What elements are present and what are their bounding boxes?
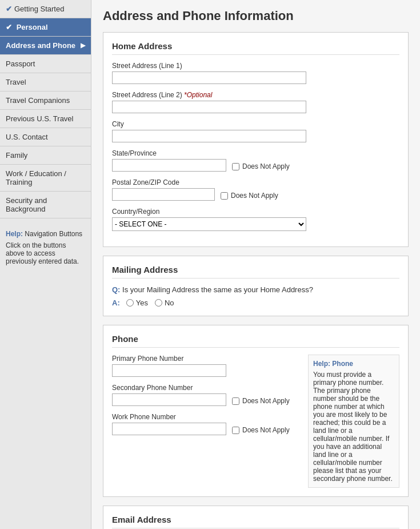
work-phone-label: Work Phone Number xyxy=(112,413,299,421)
sidebar-help: Help: Navigation Buttons Click on the bu… xyxy=(0,224,91,271)
street2-label: Street Address (Line 2) *Optional xyxy=(112,91,399,99)
sidebar-item-personal[interactable]: ✔ Personal xyxy=(0,18,91,37)
city-label: City xyxy=(112,120,399,128)
sidebar-item-us-contact[interactable]: U.S. Contact xyxy=(0,128,91,146)
arrow-icon: ▶ xyxy=(81,42,85,49)
state-input[interactable] xyxy=(112,159,226,172)
email-section: Email Address Email Address (e.g., email… xyxy=(103,506,409,529)
help-nav-body: Click on the buttons above to access pre… xyxy=(6,241,85,265)
secondary-dna-group: Does Not Apply xyxy=(232,397,290,405)
postal-dna-label: Does Not Apply xyxy=(231,192,278,200)
sidebar-item-label: Address and Phone xyxy=(6,41,75,50)
check-icon: ✔ xyxy=(6,23,12,31)
help-label: Help: xyxy=(6,230,23,238)
phone-wrapper: Primary Phone Number Secondary Phone Num… xyxy=(112,355,399,488)
sidebar-item-travel-companions[interactable]: Travel Companions xyxy=(0,92,91,110)
work-dna-label: Does Not Apply xyxy=(242,426,290,434)
mailing-address-section: Mailing Address Q: Is your Mailing Addre… xyxy=(103,256,409,316)
phone-help-title: Help: Phone xyxy=(313,360,394,368)
primary-phone-row: Primary Phone Number xyxy=(112,355,299,377)
state-label: State/Province xyxy=(112,149,399,157)
sidebar-item-label: Getting Started xyxy=(14,5,64,13)
radio-no-label: No xyxy=(165,299,174,307)
postal-input[interactable] xyxy=(112,188,215,201)
postal-does-not-apply-checkbox[interactable] xyxy=(221,192,228,200)
postal-dna-group: Does Not Apply xyxy=(221,192,278,200)
radio-no-item: No xyxy=(155,299,174,307)
primary-phone-label: Primary Phone Number xyxy=(112,355,299,363)
state-dna-group: Does Not Apply xyxy=(232,162,290,170)
mailing-question-row: Q: Is your Mailing Address the same as y… xyxy=(112,285,399,294)
radio-yes-label: Yes xyxy=(136,299,148,307)
work-dna-group: Does Not Apply xyxy=(232,426,290,434)
radio-no[interactable] xyxy=(155,299,162,307)
radio-yes-item: Yes xyxy=(126,299,148,307)
sidebar-item-label: Work / Education / Training xyxy=(6,169,66,186)
check-icon: ✔ xyxy=(6,5,12,13)
city-input[interactable] xyxy=(112,130,306,142)
sidebar-item-label: U.S. Contact xyxy=(6,133,48,141)
state-dna-label: Does Not Apply xyxy=(242,162,290,170)
a-label: A: xyxy=(112,299,120,307)
sidebar-item-passport[interactable]: Passport xyxy=(0,55,91,73)
sidebar-item-family[interactable]: Family xyxy=(0,146,91,165)
phone-section: Phone Primary Phone Number Secondary Pho… xyxy=(103,325,409,497)
phone-section-title: Phone xyxy=(112,334,399,348)
secondary-phone-label: Secondary Phone Number xyxy=(112,384,299,392)
state-row: State/Province Does Not Apply xyxy=(112,149,399,172)
sidebar-item-label: Personal xyxy=(17,23,48,31)
postal-label: Postal Zone/ZIP Code xyxy=(112,178,399,186)
sidebar-item-label: Travel xyxy=(6,78,26,86)
work-phone-input[interactable] xyxy=(112,423,226,435)
street2-input[interactable] xyxy=(112,101,306,113)
phone-help-text: You must provide a primary phone number.… xyxy=(313,371,394,483)
state-does-not-apply-checkbox[interactable] xyxy=(232,163,239,170)
phone-help-box: Help: Phone You must provide a primary p… xyxy=(308,355,399,488)
sidebar-item-travel[interactable]: Travel xyxy=(0,73,91,92)
work-phone-row: Work Phone Number Does Not Apply xyxy=(112,413,299,435)
street1-label: Street Address (Line 1) xyxy=(112,62,399,70)
sidebar-item-label: Travel Companions xyxy=(6,96,70,105)
sidebar-item-label: Security and Background xyxy=(6,196,47,213)
secondary-dna-label: Does Not Apply xyxy=(242,397,290,405)
mailing-question-text: Is your Mailing Address the same as your… xyxy=(122,285,313,294)
work-does-not-apply-checkbox[interactable] xyxy=(232,427,239,434)
sidebar-item-previous-us-travel[interactable]: Previous U.S. Travel xyxy=(0,110,91,128)
street1-input[interactable] xyxy=(112,71,306,84)
main-content: Address and Phone Information Home Addre… xyxy=(91,0,420,529)
secondary-phone-row: Secondary Phone Number Does Not Apply xyxy=(112,384,299,406)
mailing-radio-group: Yes No xyxy=(126,299,174,307)
mailing-address-title: Mailing Address xyxy=(112,265,399,279)
primary-phone-input[interactable] xyxy=(112,364,226,377)
street2-row: Street Address (Line 2) *Optional xyxy=(112,91,399,113)
street2-optional: *Optional xyxy=(184,91,212,99)
sidebar-item-label: Previous U.S. Travel xyxy=(6,114,74,123)
radio-yes[interactable] xyxy=(126,299,134,307)
secondary-does-not-apply-checkbox[interactable] xyxy=(232,397,239,405)
home-address-section: Home Address Street Address (Line 1) Str… xyxy=(103,32,409,247)
country-select[interactable]: - SELECT ONE - Afghanistan Albania Alger… xyxy=(112,217,306,231)
sidebar: ✔ Getting Started ✔ Personal Address and… xyxy=(0,0,91,529)
sidebar-item-security-background[interactable]: Security and Background xyxy=(0,192,91,218)
email-section-title: Email Address xyxy=(112,515,399,528)
country-label: Country/Region xyxy=(112,208,399,216)
postal-row: Postal Zone/ZIP Code Does Not Apply xyxy=(112,178,399,201)
sidebar-item-label: Passport xyxy=(6,59,35,68)
sidebar-item-getting-started[interactable]: ✔ Getting Started xyxy=(0,0,91,18)
city-row: City xyxy=(112,120,399,142)
country-row: Country/Region - SELECT ONE - Afghanista… xyxy=(112,208,399,231)
mailing-answer-row: A: Yes No xyxy=(112,299,399,307)
help-nav-title: Navigation Buttons xyxy=(25,230,82,238)
sidebar-item-work-education-training[interactable]: Work / Education / Training xyxy=(0,165,91,192)
secondary-phone-input[interactable] xyxy=(112,393,226,406)
phone-form: Primary Phone Number Secondary Phone Num… xyxy=(112,355,299,488)
q-label: Q: xyxy=(112,285,120,294)
sidebar-item-label: Family xyxy=(6,151,27,160)
sidebar-item-address-phone[interactable]: Address and Phone ▶ xyxy=(0,37,91,55)
home-address-title: Home Address xyxy=(112,41,399,55)
page-title: Address and Phone Information xyxy=(103,9,409,23)
street1-row: Street Address (Line 1) xyxy=(112,62,399,84)
